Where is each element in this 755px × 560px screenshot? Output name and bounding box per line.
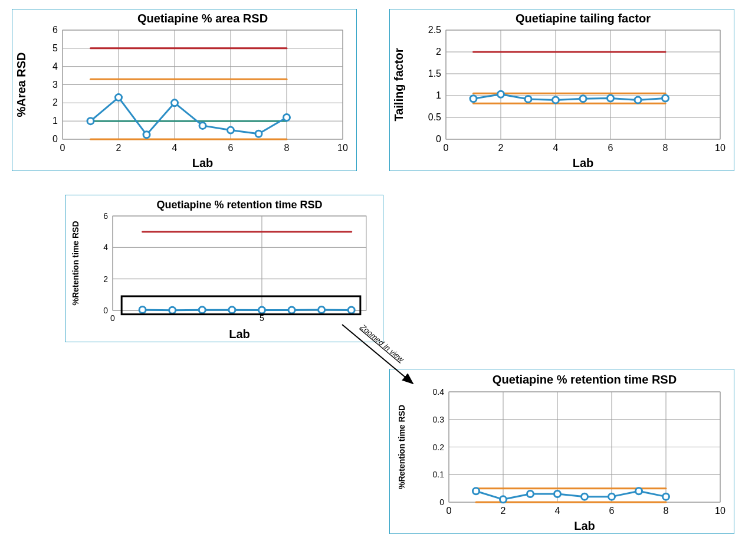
svg-point-94: [288, 307, 295, 313]
svg-text:Lab: Lab: [229, 328, 250, 340]
svg-point-62: [580, 96, 586, 102]
svg-text:0: 0: [444, 143, 449, 153]
svg-text:4: 4: [553, 143, 559, 153]
svg-text:4: 4: [52, 61, 58, 71]
svg-text:10: 10: [715, 143, 726, 153]
svg-point-128: [663, 493, 669, 500]
svg-point-59: [498, 91, 504, 97]
svg-point-19: [116, 94, 122, 101]
svg-text:10: 10: [715, 506, 726, 516]
svg-point-124: [554, 490, 561, 497]
svg-point-89: [139, 306, 146, 313]
svg-text:Quetiapine % retention time RS: Quetiapine % retention time RSD: [493, 373, 677, 386]
svg-rect-54: [446, 30, 720, 139]
svg-text:6: 6: [103, 211, 108, 221]
svg-point-61: [553, 97, 559, 103]
svg-point-122: [500, 496, 507, 503]
svg-text:Tailing factor: Tailing factor: [392, 48, 405, 121]
svg-text:6: 6: [228, 143, 234, 153]
svg-text:8: 8: [664, 506, 669, 516]
svg-text:6: 6: [608, 143, 613, 153]
svg-point-125: [582, 493, 588, 500]
svg-point-18: [87, 118, 94, 125]
figure-stage: 02468100123456Lab%Area RSDQuetiapine % a…: [0, 0, 755, 560]
svg-text:0: 0: [439, 497, 444, 507]
svg-text:Lab: Lab: [574, 519, 595, 532]
svg-text:10: 10: [337, 143, 348, 153]
svg-text:0.2: 0.2: [433, 443, 445, 452]
svg-text:2: 2: [52, 97, 58, 107]
svg-text:%Area RSD: %Area RSD: [15, 52, 28, 117]
svg-point-23: [228, 127, 234, 133]
svg-point-25: [284, 114, 290, 121]
svg-point-24: [255, 130, 262, 137]
svg-text:%Retention time RSD: %Retention time RSD: [71, 221, 80, 305]
svg-text:8: 8: [663, 143, 668, 153]
panel-tailing: 024681000.511.522.5LabTailing factorQuet…: [389, 9, 734, 171]
svg-text:5: 5: [52, 43, 58, 53]
svg-text:0: 0: [52, 134, 58, 144]
svg-text:Lab: Lab: [192, 156, 214, 169]
svg-text:1: 1: [52, 116, 58, 126]
svg-text:1: 1: [436, 90, 441, 100]
svg-text:4: 4: [172, 143, 178, 153]
svg-text:2: 2: [103, 274, 108, 284]
svg-point-65: [662, 95, 669, 101]
svg-text:3: 3: [52, 80, 58, 90]
svg-text:2: 2: [498, 143, 504, 153]
svg-text:Quetiapine tailing factor: Quetiapine tailing factor: [516, 12, 651, 25]
svg-point-63: [608, 95, 614, 101]
svg-point-121: [473, 488, 480, 494]
svg-point-21: [172, 100, 178, 106]
svg-text:2.5: 2.5: [428, 25, 441, 35]
svg-text:Lab: Lab: [573, 156, 594, 169]
svg-point-92: [229, 307, 235, 313]
svg-point-126: [609, 493, 615, 500]
svg-text:8: 8: [284, 143, 290, 153]
svg-text:0.3: 0.3: [433, 415, 445, 424]
svg-text:%Retention time RSD: %Retention time RSD: [397, 405, 406, 489]
svg-point-64: [635, 97, 641, 103]
svg-point-123: [527, 490, 534, 497]
svg-text:0: 0: [447, 506, 452, 516]
svg-point-93: [258, 307, 265, 313]
svg-text:0: 0: [60, 143, 65, 153]
svg-text:Quetiapine % area RSD: Quetiapine % area RSD: [137, 12, 268, 25]
svg-point-91: [199, 307, 205, 313]
svg-text:0: 0: [103, 306, 108, 315]
chart-area-rsd: 02468100123456Lab%Area RSDQuetiapine % a…: [12, 9, 357, 172]
svg-text:0.5: 0.5: [428, 112, 441, 122]
svg-text:6: 6: [52, 25, 58, 35]
svg-text:4: 4: [103, 243, 108, 252]
svg-text:1.5: 1.5: [428, 68, 441, 78]
svg-text:4: 4: [555, 506, 560, 516]
svg-point-58: [470, 96, 477, 102]
chart-tailing: 024681000.511.522.5LabTailing factorQuet…: [390, 9, 735, 172]
svg-point-22: [199, 122, 206, 129]
zoom-arrow: Zoomed in view: [330, 313, 448, 407]
svg-point-127: [636, 488, 642, 494]
svg-text:0: 0: [436, 134, 441, 144]
svg-point-20: [143, 132, 150, 138]
svg-text:Quetiapine % retention time RS: Quetiapine % retention time RSD: [156, 199, 322, 211]
svg-text:6: 6: [609, 506, 615, 516]
svg-text:2: 2: [501, 506, 506, 516]
panel-area-rsd: 02468100123456Lab%Area RSDQuetiapine % a…: [12, 9, 357, 171]
svg-text:2: 2: [116, 143, 122, 153]
svg-text:0.1: 0.1: [433, 470, 445, 479]
svg-text:2: 2: [436, 47, 441, 57]
svg-text:0: 0: [110, 313, 115, 323]
svg-point-95: [319, 306, 325, 313]
svg-point-60: [525, 96, 531, 102]
svg-text:5: 5: [260, 313, 264, 323]
svg-point-90: [169, 307, 176, 313]
